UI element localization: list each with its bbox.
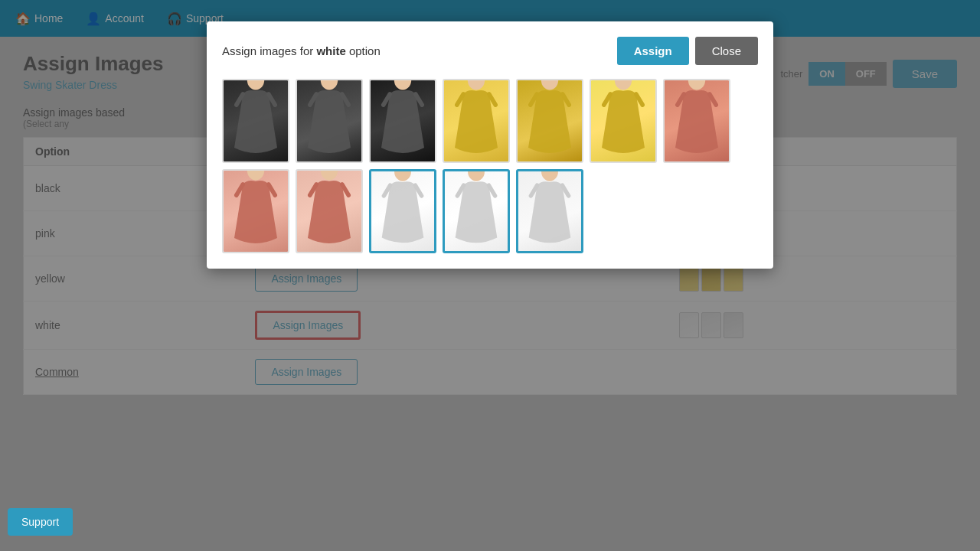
modal-option-name: white — [316, 44, 345, 57]
modal-image-item[interactable] — [443, 79, 510, 163]
modal-title-prefix: Assign images for — [222, 44, 316, 57]
svg-point-2 — [394, 79, 411, 90]
modal-image-item[interactable] — [443, 169, 510, 253]
svg-point-6 — [688, 79, 705, 90]
svg-point-7 — [247, 169, 264, 180]
modal-image-item[interactable] — [222, 79, 289, 163]
assign-images-modal: Assign images for white option Assign Cl… — [207, 21, 773, 269]
modal-image-item[interactable] — [590, 79, 657, 163]
modal-assign-button[interactable]: Assign — [617, 37, 689, 65]
svg-point-8 — [321, 169, 338, 180]
svg-point-1 — [321, 79, 338, 90]
svg-point-11 — [541, 169, 558, 181]
modal-title: Assign images for white option — [222, 44, 381, 57]
modal-image-item[interactable] — [516, 79, 583, 163]
support-button[interactable]: Support — [8, 508, 73, 536]
modal-close-button[interactable]: Close — [695, 37, 758, 65]
modal-actions: Assign Close — [617, 37, 758, 65]
svg-point-10 — [468, 169, 485, 181]
modal-image-item[interactable] — [296, 79, 363, 163]
svg-point-4 — [541, 79, 558, 90]
svg-point-3 — [468, 79, 485, 90]
modal-title-suffix: option — [346, 44, 381, 57]
modal-header: Assign images for white option Assign Cl… — [222, 37, 758, 65]
modal-image-item[interactable] — [222, 169, 289, 253]
svg-point-5 — [615, 79, 632, 90]
modal-image-item[interactable] — [663, 79, 730, 163]
modal-image-item[interactable] — [516, 169, 583, 253]
modal-image-item[interactable] — [296, 169, 363, 253]
image-grid — [222, 79, 758, 253]
modal-image-item[interactable] — [369, 169, 436, 253]
modal-image-item[interactable] — [369, 79, 436, 163]
svg-point-0 — [247, 79, 264, 90]
svg-point-9 — [394, 169, 411, 181]
